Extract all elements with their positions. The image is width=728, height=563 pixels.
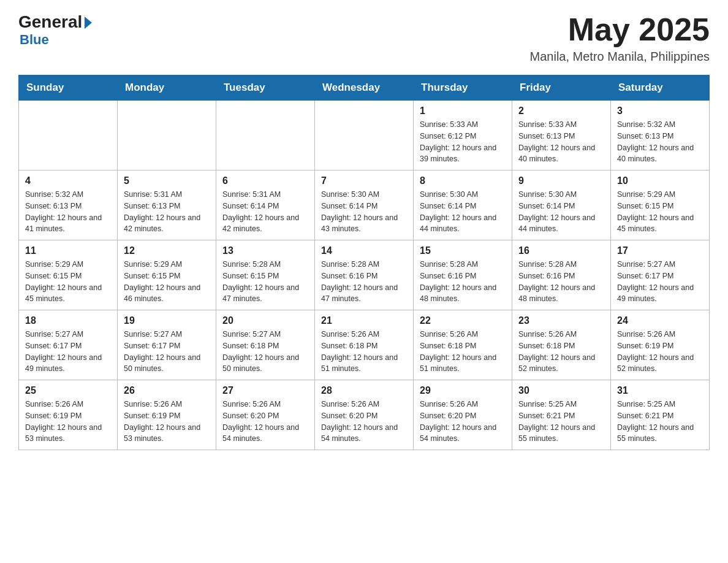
location-title: Manila, Metro Manila, Philippines: [530, 50, 710, 64]
column-header-monday: Monday: [118, 75, 216, 101]
calendar-cell: 21Sunrise: 5:26 AMSunset: 6:18 PMDayligh…: [315, 310, 414, 380]
calendar-cell: 30Sunrise: 5:25 AMSunset: 6:21 PMDayligh…: [512, 380, 611, 450]
week-row-5: 25Sunrise: 5:26 AMSunset: 6:19 PMDayligh…: [19, 380, 710, 450]
day-number: 14: [321, 245, 407, 256]
day-number: 3: [617, 105, 703, 117]
calendar-cell: 16Sunrise: 5:28 AMSunset: 6:16 PMDayligh…: [512, 240, 611, 310]
day-number: 10: [617, 175, 703, 186]
week-row-3: 11Sunrise: 5:29 AMSunset: 6:15 PMDayligh…: [19, 240, 710, 310]
day-info: Sunrise: 5:26 AMSunset: 6:18 PMDaylight:…: [321, 329, 407, 375]
day-number: 2: [518, 105, 604, 117]
calendar-cell: 14Sunrise: 5:28 AMSunset: 6:16 PMDayligh…: [315, 240, 414, 310]
week-row-1: 1Sunrise: 5:33 AMSunset: 6:12 PMDaylight…: [19, 101, 710, 170]
calendar-cell: 6Sunrise: 5:31 AMSunset: 6:14 PMDaylight…: [216, 170, 315, 240]
day-info: Sunrise: 5:29 AMSunset: 6:15 PMDaylight:…: [124, 259, 210, 305]
month-title: May 2025: [530, 12, 710, 47]
day-info: Sunrise: 5:25 AMSunset: 6:21 PMDaylight:…: [617, 399, 703, 445]
calendar-cell: 19Sunrise: 5:27 AMSunset: 6:17 PMDayligh…: [118, 310, 216, 380]
calendar-cell: [315, 101, 414, 170]
calendar-cell: 1Sunrise: 5:33 AMSunset: 6:12 PMDaylight…: [414, 101, 512, 170]
day-info: Sunrise: 5:26 AMSunset: 6:20 PMDaylight:…: [420, 399, 506, 445]
calendar-cell: 27Sunrise: 5:26 AMSunset: 6:20 PMDayligh…: [216, 380, 315, 450]
day-info: Sunrise: 5:25 AMSunset: 6:21 PMDaylight:…: [518, 399, 604, 445]
day-info: Sunrise: 5:28 AMSunset: 6:15 PMDaylight:…: [222, 259, 308, 305]
day-info: Sunrise: 5:26 AMSunset: 6:19 PMDaylight:…: [617, 329, 703, 375]
day-number: 23: [518, 315, 604, 326]
day-number: 7: [321, 175, 407, 186]
calendar-cell: 29Sunrise: 5:26 AMSunset: 6:20 PMDayligh…: [414, 380, 512, 450]
day-info: Sunrise: 5:33 AMSunset: 6:12 PMDaylight:…: [420, 119, 506, 165]
calendar-cell: 13Sunrise: 5:28 AMSunset: 6:15 PMDayligh…: [216, 240, 315, 310]
day-number: 31: [617, 385, 703, 396]
calendar-cell: [118, 101, 216, 170]
day-number: 30: [518, 385, 604, 396]
calendar-cell: 28Sunrise: 5:26 AMSunset: 6:20 PMDayligh…: [315, 380, 414, 450]
calendar-table: SundayMondayTuesdayWednesdayThursdayFrid…: [18, 75, 710, 450]
day-number: 28: [321, 385, 407, 396]
day-number: 11: [25, 245, 111, 256]
calendar-cell: 7Sunrise: 5:30 AMSunset: 6:14 PMDaylight…: [315, 170, 414, 240]
day-info: Sunrise: 5:28 AMSunset: 6:16 PMDaylight:…: [518, 259, 604, 305]
day-number: 4: [25, 175, 111, 186]
day-info: Sunrise: 5:29 AMSunset: 6:15 PMDaylight:…: [617, 189, 703, 235]
calendar-cell: 22Sunrise: 5:26 AMSunset: 6:18 PMDayligh…: [414, 310, 512, 380]
day-info: Sunrise: 5:28 AMSunset: 6:16 PMDaylight:…: [321, 259, 407, 305]
day-info: Sunrise: 5:26 AMSunset: 6:18 PMDaylight:…: [518, 329, 604, 375]
calendar-cell: 20Sunrise: 5:27 AMSunset: 6:18 PMDayligh…: [216, 310, 315, 380]
day-number: 13: [222, 245, 308, 256]
logo: General Blue: [18, 12, 92, 48]
column-header-tuesday: Tuesday: [216, 75, 315, 101]
day-number: 8: [420, 175, 506, 186]
day-number: 6: [222, 175, 308, 186]
column-header-thursday: Thursday: [414, 75, 512, 101]
week-row-2: 4Sunrise: 5:32 AMSunset: 6:13 PMDaylight…: [19, 170, 710, 240]
day-number: 1: [420, 105, 506, 117]
day-info: Sunrise: 5:32 AMSunset: 6:13 PMDaylight:…: [25, 189, 111, 235]
day-info: Sunrise: 5:28 AMSunset: 6:16 PMDaylight:…: [420, 259, 506, 305]
day-number: 27: [222, 385, 308, 396]
calendar-cell: 3Sunrise: 5:32 AMSunset: 6:13 PMDaylight…: [611, 101, 710, 170]
day-number: 12: [124, 245, 210, 256]
calendar-cell: 15Sunrise: 5:28 AMSunset: 6:16 PMDayligh…: [414, 240, 512, 310]
header: General Blue May 2025 Manila, Metro Mani…: [18, 12, 710, 64]
calendar-cell: 9Sunrise: 5:30 AMSunset: 6:14 PMDaylight…: [512, 170, 611, 240]
day-info: Sunrise: 5:27 AMSunset: 6:17 PMDaylight:…: [124, 329, 210, 375]
day-number: 5: [124, 175, 210, 186]
logo-arrow-icon: [85, 17, 92, 29]
day-info: Sunrise: 5:26 AMSunset: 6:20 PMDaylight:…: [222, 399, 308, 445]
logo-blue-text: Blue: [20, 32, 49, 48]
day-info: Sunrise: 5:29 AMSunset: 6:15 PMDaylight:…: [25, 259, 111, 305]
day-info: Sunrise: 5:26 AMSunset: 6:18 PMDaylight:…: [420, 329, 506, 375]
day-number: 21: [321, 315, 407, 326]
day-number: 25: [25, 385, 111, 396]
calendar-cell: 18Sunrise: 5:27 AMSunset: 6:17 PMDayligh…: [19, 310, 118, 380]
calendar-cell: [216, 101, 315, 170]
calendar-cell: 17Sunrise: 5:27 AMSunset: 6:17 PMDayligh…: [611, 240, 710, 310]
column-header-wednesday: Wednesday: [315, 75, 414, 101]
calendar-cell: 31Sunrise: 5:25 AMSunset: 6:21 PMDayligh…: [611, 380, 710, 450]
day-info: Sunrise: 5:30 AMSunset: 6:14 PMDaylight:…: [420, 189, 506, 235]
column-header-sunday: Sunday: [19, 75, 118, 101]
column-header-friday: Friday: [512, 75, 611, 101]
calendar-cell: 23Sunrise: 5:26 AMSunset: 6:18 PMDayligh…: [512, 310, 611, 380]
calendar-cell: [19, 101, 118, 170]
title-area: May 2025 Manila, Metro Manila, Philippin…: [530, 12, 710, 64]
logo-general-text: General: [18, 12, 82, 32]
calendar-cell: 8Sunrise: 5:30 AMSunset: 6:14 PMDaylight…: [414, 170, 512, 240]
calendar-cell: 12Sunrise: 5:29 AMSunset: 6:15 PMDayligh…: [118, 240, 216, 310]
day-number: 17: [617, 245, 703, 256]
calendar-cell: 24Sunrise: 5:26 AMSunset: 6:19 PMDayligh…: [611, 310, 710, 380]
column-header-saturday: Saturday: [611, 75, 710, 101]
day-number: 22: [420, 315, 506, 326]
day-number: 19: [124, 315, 210, 326]
day-info: Sunrise: 5:31 AMSunset: 6:13 PMDaylight:…: [124, 189, 210, 235]
day-info: Sunrise: 5:30 AMSunset: 6:14 PMDaylight:…: [321, 189, 407, 235]
day-info: Sunrise: 5:31 AMSunset: 6:14 PMDaylight:…: [222, 189, 308, 235]
day-info: Sunrise: 5:26 AMSunset: 6:19 PMDaylight:…: [124, 399, 210, 445]
calendar-cell: 10Sunrise: 5:29 AMSunset: 6:15 PMDayligh…: [611, 170, 710, 240]
day-number: 16: [518, 245, 604, 256]
calendar-cell: 4Sunrise: 5:32 AMSunset: 6:13 PMDaylight…: [19, 170, 118, 240]
calendar-cell: 11Sunrise: 5:29 AMSunset: 6:15 PMDayligh…: [19, 240, 118, 310]
day-info: Sunrise: 5:32 AMSunset: 6:13 PMDaylight:…: [617, 119, 703, 165]
day-info: Sunrise: 5:33 AMSunset: 6:13 PMDaylight:…: [518, 119, 604, 165]
